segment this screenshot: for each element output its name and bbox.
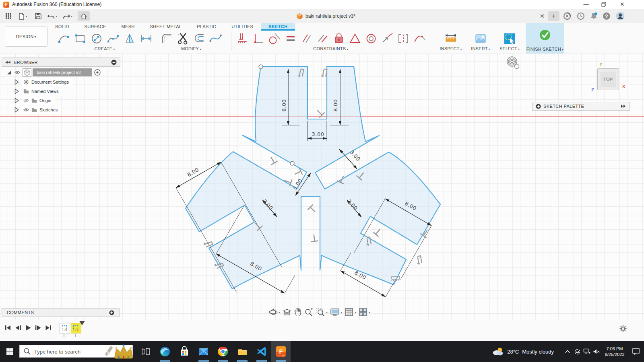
orbit-button[interactable]: ▾ xyxy=(269,308,280,317)
redo-button[interactable]: ▾ xyxy=(60,11,75,21)
curvature-constraint-icon[interactable] xyxy=(413,32,426,45)
timeline-feature-sketch1[interactable] xyxy=(60,323,70,333)
add-comment-icon[interactable] xyxy=(109,310,114,315)
tab-utilities[interactable]: UTILITIES xyxy=(224,23,261,31)
tray-volume-button[interactable] xyxy=(592,348,601,355)
close-button[interactable]: ✕ xyxy=(613,0,631,9)
sketch-profile[interactable] xyxy=(186,66,440,289)
finish-sketch-button[interactable]: FINISH SKETCH▾ xyxy=(526,23,564,53)
fillet-tool-icon[interactable] xyxy=(159,32,174,45)
grid-snap-button[interactable]: ▾ xyxy=(345,308,356,317)
fix-constraint-icon[interactable] xyxy=(332,32,346,45)
sketch-canvas[interactable]: 8.00 8.00 3.00 8.00 3.00 3.00 3.00 3.00 … xyxy=(0,53,644,320)
start-button[interactable] xyxy=(0,341,19,362)
concentric-constraint-icon[interactable] xyxy=(364,32,378,45)
undo-button[interactable]: ▾ xyxy=(45,11,60,21)
expand-arrow-icon[interactable] xyxy=(14,79,19,85)
activate-radio-icon[interactable] xyxy=(94,69,101,76)
extensions-button[interactable] xyxy=(576,11,586,21)
go-to-start-button[interactable] xyxy=(5,325,11,331)
taskbar-app-mail[interactable] xyxy=(194,341,213,362)
taskbar-weather[interactable]: 28°C Mostly cloudy xyxy=(492,347,554,356)
visibility-eye-icon[interactable] xyxy=(14,70,20,75)
browser-root-row[interactable]: baki rahilela project v3 xyxy=(6,68,101,77)
notification-center-button[interactable] xyxy=(628,348,644,355)
home-button[interactable] xyxy=(78,11,90,21)
browser-item-sketches[interactable]: Sketches xyxy=(14,105,61,114)
pan-button[interactable] xyxy=(294,308,302,317)
taskbar-app-fusion360[interactable]: F 360 xyxy=(271,341,291,362)
step-forward-button[interactable] xyxy=(35,325,41,331)
undock-arrows-icon[interactable] xyxy=(621,104,626,108)
line-tool-icon[interactable] xyxy=(56,32,71,45)
job-status-button[interactable] xyxy=(562,11,572,21)
tab-surface[interactable]: SURFACE xyxy=(77,23,114,31)
tray-accessibility-button[interactable] xyxy=(572,348,582,355)
file-menu-button[interactable]: ▾ xyxy=(16,11,30,21)
parallel-constraint-icon[interactable] xyxy=(300,32,314,45)
tab-mesh[interactable]: MESH xyxy=(114,23,142,31)
close-tab-button[interactable]: ✕ xyxy=(537,11,547,21)
browser-item-document-settings[interactable]: Document Settings xyxy=(14,78,72,86)
group-label-constraints[interactable]: CONSTRAINTS▾ xyxy=(234,46,427,53)
tray-chevron-button[interactable] xyxy=(563,350,572,354)
tab-plastic[interactable]: PLASTIC xyxy=(189,23,224,31)
taskbar-app-file-explorer[interactable] xyxy=(233,341,252,362)
timeline-settings-gear[interactable] xyxy=(619,325,627,333)
circle-tool-icon[interactable] xyxy=(89,32,104,45)
document-tab[interactable]: baki rahilela project v3* xyxy=(242,9,411,23)
sketch-scale-tool-icon[interactable] xyxy=(208,32,223,45)
minimize-panel-icon[interactable] xyxy=(111,60,117,65)
expand-triangle-icon[interactable] xyxy=(6,70,12,75)
sketch-dimension-tool-icon[interactable] xyxy=(138,32,154,45)
tab-solid[interactable]: SOLID xyxy=(47,23,77,31)
group-label-inspect[interactable]: INSPECT▾ xyxy=(439,46,463,53)
app-grid-button[interactable] xyxy=(3,11,14,21)
display-settings-button[interactable]: ▾ xyxy=(330,308,342,317)
view-cube[interactable]: TOP Y X Z xyxy=(597,68,619,90)
trim-tool-icon[interactable] xyxy=(175,32,190,45)
insert-image-icon[interactable] xyxy=(473,32,488,45)
comments-bar[interactable]: COMMENTS xyxy=(2,308,120,317)
visibility-eye-icon[interactable] xyxy=(23,107,29,113)
mirror-tool-icon[interactable] xyxy=(122,32,137,45)
select-tool-icon[interactable] xyxy=(502,32,517,45)
tangent-constraint-icon[interactable] xyxy=(268,32,281,45)
taskbar-search[interactable] xyxy=(19,345,133,358)
equal-constraint-icon[interactable] xyxy=(284,32,297,45)
visibility-off-eye-icon[interactable] xyxy=(23,98,29,103)
browser-item-origin[interactable]: Origin xyxy=(14,96,55,105)
restore-button[interactable] xyxy=(595,0,613,9)
taskbar-app-edge[interactable] xyxy=(155,341,175,362)
notifications-button[interactable] xyxy=(588,11,599,21)
browser-item-named-views[interactable]: Named Views xyxy=(14,87,62,96)
expand-arrow-icon[interactable] xyxy=(14,88,19,94)
group-label-modify[interactable]: MODIFY▾ xyxy=(159,46,223,53)
minimize-button[interactable]: — xyxy=(577,0,595,9)
browser-root-label[interactable]: baki rahilela project v3 xyxy=(33,68,92,76)
sketch-palette-bar[interactable]: SKETCH PALETTE xyxy=(532,102,630,111)
view-cube-face[interactable]: TOP xyxy=(601,72,616,87)
rectangle-tool-icon[interactable] xyxy=(72,32,88,45)
step-back-button[interactable] xyxy=(15,325,21,331)
workspace-selector[interactable]: DESIGN▾ xyxy=(5,27,47,47)
group-label-insert[interactable]: INSERT▾ xyxy=(469,46,493,53)
timeline-marker[interactable] xyxy=(79,321,85,327)
group-label-select[interactable]: SELECT▾ xyxy=(498,46,521,53)
tab-sheet-metal[interactable]: SHEET METAL xyxy=(142,23,190,31)
spline-tool-icon[interactable] xyxy=(105,32,121,45)
user-avatar[interactable] xyxy=(615,11,625,21)
new-tab-button[interactable]: + xyxy=(548,11,559,21)
tray-network-button[interactable] xyxy=(582,348,592,355)
taskbar-app-store[interactable] xyxy=(175,341,194,362)
perpendicular-constraint-icon[interactable] xyxy=(252,32,265,45)
expand-plus-icon[interactable] xyxy=(536,104,541,109)
taskbar-app-vscode[interactable] xyxy=(252,341,271,362)
viewports-button[interactable]: ▾ xyxy=(359,308,370,317)
expand-arrow-icon[interactable] xyxy=(14,98,19,103)
taskbar-clock[interactable]: 7:03 PM 8/25/2023 xyxy=(601,346,628,357)
zoom-button[interactable] xyxy=(304,308,313,317)
collapse-panel-icon[interactable]: ◀◀ xyxy=(5,60,10,64)
offset-tool-icon[interactable] xyxy=(192,32,207,45)
sketch-point[interactable] xyxy=(259,65,263,69)
